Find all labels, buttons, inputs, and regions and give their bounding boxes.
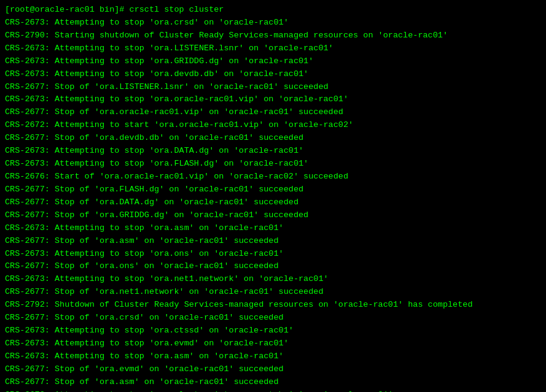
terminal-line: CRS-2673: Attempting to stop 'ora.devdb.… [5, 68, 541, 81]
terminal-line: CRS-2677: Stop of 'ora.GRIDDG.dg' on 'or… [5, 209, 541, 222]
terminal-line: CRS-2677: Stop of 'ora.devdb.db' on 'ora… [5, 132, 541, 145]
terminal-line: CRS-2677: Stop of 'ora.asm' on 'oracle-r… [5, 376, 541, 389]
terminal-line: CRS-2677: Stop of 'ora.ons' on 'oracle-r… [5, 260, 541, 273]
terminal-line: CRS-2677: Stop of 'ora.asm' on 'oracle-r… [5, 235, 541, 248]
terminal-window: [root@oracle-rac01 bin]# crsctl stop clu… [0, 0, 546, 392]
terminal-output: CRS-2673: Attempting to stop 'ora.crsd' … [5, 17, 541, 392]
terminal-line: CRS-2673: Attempting to stop 'ora.LISTEN… [5, 42, 541, 55]
terminal-line: CRS-2673: Attempting to stop 'ora.FLASH.… [5, 158, 541, 171]
terminal-line: CRS-2673: Attempting to stop 'ora.DATA.d… [5, 145, 541, 158]
terminal-line: CRS-2673: Attempting to stop 'ora.evmd' … [5, 337, 541, 350]
terminal-line: CRS-2676: Start of 'ora.oracle-rac01.vip… [5, 171, 541, 183]
terminal-line: CRS-2677: Stop of 'ora.evmd' on 'oracle-… [5, 363, 541, 376]
terminal-line: CRS-2677: Stop of 'ora.net1.network' on … [5, 286, 541, 299]
terminal-line: CRS-2673: Attempting to stop 'ora.asm' o… [5, 350, 541, 363]
terminal-line: CRS-2792: Shutdown of Cluster Ready Serv… [5, 299, 541, 312]
terminal-line: CRS-2673: Attempting to stop 'ora.crsd' … [5, 17, 541, 29]
terminal-line: CRS-2673: Attempting to stop 'ora.cluste… [5, 389, 541, 392]
terminal-line: CRS-2673: Attempting to stop 'ora.oracle… [5, 93, 541, 106]
terminal-line: CRS-2677: Stop of 'ora.oracle-rac01.vip'… [5, 106, 541, 119]
prompt-line: [root@oracle-rac01 bin]# crsctl stop clu… [5, 4, 541, 17]
terminal-line: CRS-2673: Attempting to stop 'ora.ctssd'… [5, 325, 541, 337]
terminal-line: CRS-2677: Stop of 'ora.DATA.dg' on 'orac… [5, 196, 541, 209]
terminal-line: CRS-2673: Attempting to stop 'ora.ons' o… [5, 248, 541, 261]
terminal-line: CRS-2672: Attempting to start 'ora.oracl… [5, 119, 541, 132]
terminal-line: CRS-2790: Starting shutdown of Cluster R… [5, 29, 541, 42]
terminal-line: CRS-2673: Attempting to stop 'ora.net1.n… [5, 273, 541, 286]
terminal-line: CRS-2677: Stop of 'ora.FLASH.dg' on 'ora… [5, 183, 541, 196]
terminal-line: CRS-2677: Stop of 'ora.LISTENER.lsnr' on… [5, 81, 541, 94]
terminal-line: CRS-2673: Attempting to stop 'ora.asm' o… [5, 222, 541, 235]
terminal-line: CRS-2677: Stop of 'ora.crsd' on 'oracle-… [5, 312, 541, 325]
terminal-line: CRS-2673: Attempting to stop 'ora.GRIDDG… [5, 55, 541, 68]
